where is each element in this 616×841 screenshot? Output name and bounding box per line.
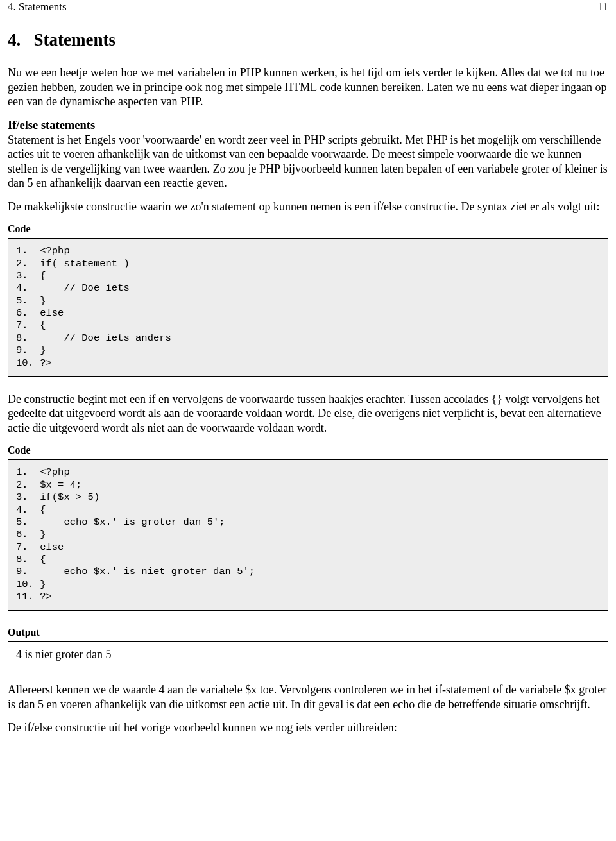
page-root: 4. Statements 11 4. Statements Nu we een…	[0, 0, 616, 760]
ifelse-section: If/else statements Statement is het Enge…	[8, 118, 608, 191]
running-header: 4. Statements 11	[8, 0, 608, 15]
running-header-title: 4. Statements	[8, 0, 67, 13]
intro-paragraph: Nu we een beetje weten hoe we met variab…	[8, 65, 608, 109]
ifelse-heading: If/else statements	[8, 118, 608, 133]
code-label-1: Code	[8, 223, 608, 235]
code-block-1: 1. <?php 2. if( statement ) 3. { 4. // D…	[8, 238, 608, 377]
output-block-1: 4 is niet groter dan 5	[8, 641, 608, 668]
ifelse-paragraph-1: Statement is het Engels voor 'voorwaarde…	[8, 133, 608, 190]
running-header-page-number: 11	[598, 0, 608, 13]
output-label-1: Output	[8, 626, 608, 639]
section-number: 4.	[8, 30, 21, 49]
code-label-2: Code	[8, 444, 608, 457]
paragraph-after-code-1: De constructie begint met een if en verv…	[8, 392, 608, 436]
code-block-2: 1. <?php 2. $x = 4; 3. if($x > 5) 4. { 5…	[8, 459, 608, 610]
section-name: Statements	[34, 30, 116, 49]
paragraph-last: De if/else constructie uit het vorige vo…	[8, 720, 608, 735]
section-title: 4. Statements	[8, 30, 608, 51]
paragraph-after-output-1: Allereerst kennen we de waarde 4 aan de …	[8, 683, 608, 711]
header-rule	[8, 15, 608, 15]
ifelse-paragraph-2: De makkelijkste constructie waarin we zo…	[8, 200, 608, 214]
